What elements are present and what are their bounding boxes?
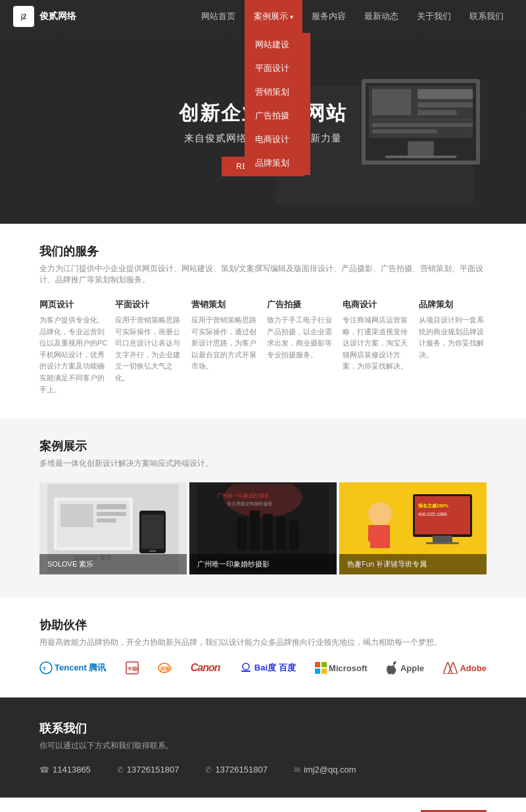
portfolio-overlay-2: 热趣Fun 补课辅导班专属: [339, 554, 487, 574]
partner-adobe: Adobe: [443, 662, 486, 674]
logo-text: 俊贰网络: [39, 11, 76, 22]
svg-text:报名立减100%: 报名立减100%: [418, 503, 449, 509]
svg-rect-51: [315, 662, 320, 667]
partners-grid: T Tencent 腾讯 中国电信 阿里云 Canon Bai度 百度 Micr…: [39, 661, 487, 674]
partners-desc: 用最高效能力品牌协助，开全力协助新兴品牌，我们以设计能力众多品牌推向行业领先地位…: [39, 637, 487, 648]
dropdown-item-0[interactable]: 网站建设: [245, 33, 310, 57]
nav-services[interactable]: 服务内容: [302, 0, 355, 33]
svg-rect-15: [97, 504, 126, 509]
hero-imac: [342, 79, 500, 224]
dropdown-item-4[interactable]: 电商设计: [245, 128, 310, 151]
dropdown-item-1[interactable]: 平面设计: [245, 57, 310, 80]
svg-rect-25: [250, 511, 260, 550]
svg-point-49: [243, 663, 249, 670]
svg-rect-2: [372, 89, 411, 116]
services-grid: 网页设计 为客户提供专业化、品牌化，专业运营到位以及重视用户的PC手机网站设计，…: [39, 299, 487, 395]
svg-rect-53: [315, 669, 320, 674]
svg-rect-16: [97, 512, 126, 516]
svg-rect-14: [60, 504, 93, 527]
portfolio-overlay-0: SOLOVE 素乐: [39, 554, 187, 574]
svg-rect-26: [263, 514, 273, 550]
svg-rect-6: [372, 119, 473, 120]
imac-screen: [362, 79, 480, 165]
partners-title: 协助伙伴: [39, 617, 487, 633]
svg-rect-28: [289, 520, 299, 550]
partner-apple: Apple: [387, 661, 424, 674]
partner-baidu: Bai度 百度: [239, 661, 296, 674]
svg-text:T: T: [43, 666, 46, 672]
svg-text:中国电信: 中国电信: [128, 666, 139, 671]
svg-rect-4: [418, 102, 473, 107]
partner-tencent: T Tencent 腾讯: [39, 661, 107, 674]
contact-phone-2: ✆ 13726151807: [117, 765, 179, 774]
portfolio-thumb-1: 广州唯一印象婚纱摄影 专注用新定制婚纱摄影 广州唯一印象婚纱摄影: [189, 482, 337, 574]
portfolio-item-2[interactable]: 报名立减100% 400-025-1888 热趣Fun 补课辅导班 热趣Fun …: [339, 482, 487, 574]
header: j2 俊贰网络 网站首页 案例展示 ▾ 网站建设 平面设计 营销策划 广告拍摄 …: [0, 0, 526, 33]
svg-text:400-025-1888: 400-025-1888: [418, 512, 447, 517]
nav-portfolio[interactable]: 案例展示 ▾ 网站建设 平面设计 营销策划 广告拍摄 电商设计 品牌策划: [245, 0, 302, 33]
portfolio-grid: SOLOVE 素乐 SOLOVE 素乐: [39, 482, 487, 574]
nav-home[interactable]: 网站首页: [192, 0, 245, 33]
svg-rect-10: [385, 155, 457, 158]
portfolio-overlay-1: 广州唯一印象婚纱摄影: [189, 554, 337, 574]
partner-telecom: 中国电信: [126, 661, 139, 674]
portfolio-section: 案例展示 多维最一体化创新设计解决方案响应式跨端设计。: [0, 419, 526, 597]
portfolio-dropdown: 网站建设 平面设计 营销策划 广告拍摄 电商设计 品牌策划: [245, 33, 310, 175]
service-item-4: 电商设计 专注商城网店运营策略，打通渠道视觉传达设计方案，淘宝天猫网店装修设计方…: [343, 299, 410, 395]
cta-strip: 拥有不一样的集频品牌网站，你还在等什么？点击马上和我们联系！ 马上联系: [0, 798, 526, 812]
svg-text:阿里云: 阿里云: [160, 667, 171, 671]
portfolio-thumb-0: SOLOVE 素乐 SOLOVE 素乐: [39, 482, 187, 574]
svg-text:专注用新定制婚纱摄影: 专注用新定制婚纱摄影: [227, 501, 273, 507]
portfolio-thumb-2: 报名立减100% 400-025-1888 热趣Fun 补课辅导班 热趣Fun …: [339, 482, 487, 574]
svg-rect-41: [382, 525, 389, 542]
service-item-3: 广告拍摄 致力于手工电子行业产品拍摄，以企业需求出发，商业摄影等专业拍摄服务。: [267, 299, 335, 395]
services-desc: 全力为江门提供中小企业提供网页设计、网站建设、策划/文案撰写编辑及版面排设计、产…: [39, 263, 487, 286]
main-nav: 网站首页 案例展示 ▾ 网站建设 平面设计 营销策划 广告拍摄 电商设计 品牌策…: [192, 0, 513, 33]
svg-rect-36: [433, 536, 452, 542]
svg-rect-17: [97, 519, 116, 522]
portfolio-item-0[interactable]: SOLOVE 素乐 SOLOVE 素乐: [39, 482, 187, 574]
svg-rect-7: [372, 123, 473, 127]
contact-section: 联系我们 你可以通过以下方式和我们取得联系。 ☎ 11413865 ✆ 1372…: [0, 698, 526, 798]
contact-phone-3: ✆ 13726151807: [205, 765, 268, 774]
services-title: 我们的服务: [39, 243, 487, 259]
service-item-2: 营销策划 应用于营销策略思路可实际操作，通过创新设计思路，为客户以最合宜的方式开…: [191, 299, 259, 395]
svg-text:广州唯一印象婚纱摄影: 广州唯一印象婚纱摄影: [217, 493, 270, 499]
svg-rect-27: [276, 517, 286, 550]
svg-rect-54: [322, 669, 327, 674]
contact-email: ✉ imj2@qq.com: [294, 765, 356, 774]
svg-point-38: [368, 502, 392, 526]
nav-contact[interactable]: 联系我们: [460, 0, 513, 33]
dropdown-item-5[interactable]: 品牌策划: [245, 151, 310, 175]
nav-about[interactable]: 关于我们: [408, 0, 460, 33]
svg-point-43: [40, 662, 52, 674]
dropdown-item-2[interactable]: 营销策划: [245, 80, 310, 104]
phone-icon: ☎: [39, 765, 49, 774]
site-logo[interactable]: j2 俊贰网络: [13, 6, 76, 27]
svg-rect-50: [241, 671, 251, 672]
portfolio-item-1[interactable]: 广州唯一印象婚纱摄影 专注用新定制婚纱摄影 广州唯一印象婚纱摄影: [189, 482, 337, 574]
partners-section: 协助伙伴 用最高效能力品牌协助，开全力协助新兴品牌，我们以设计能力众多品牌推向行…: [0, 597, 526, 698]
svg-rect-9: [408, 141, 434, 158]
dropdown-item-3[interactable]: 广告拍摄: [245, 104, 310, 128]
contact-title: 联系我们: [39, 721, 487, 736]
logo-icon: j2: [13, 6, 34, 27]
svg-rect-3: [418, 89, 473, 99]
services-section: 我们的服务 全力为江门提供中小企业提供网页设计、网站建设、策划/文案撰写编辑及版…: [0, 224, 526, 419]
email-icon: ✉: [294, 765, 300, 774]
svg-rect-40: [368, 525, 375, 542]
partner-microsoft: Microsoft: [315, 662, 368, 674]
partner-aliyun: 阿里云: [158, 661, 171, 674]
contact-desc: 你可以通过以下方式和我们取得联系。: [39, 740, 487, 751]
svg-rect-19: [141, 515, 164, 549]
service-item-5: 品牌策划 从项目设计到一套系统的商业规划品牌设计服务，为你妥找解决。: [419, 299, 487, 395]
contact-info-row: ☎ 11413865 ✆ 13726151807 ✆ 13726151807 ✉…: [39, 765, 487, 774]
partner-canon: Canon: [191, 662, 220, 674]
portfolio-desc: 多维最一体化创新设计解决方案响应式跨端设计。: [39, 458, 487, 469]
svg-rect-5: [418, 110, 456, 115]
svg-rect-52: [322, 662, 327, 667]
dropdown-arrow-icon: ▾: [290, 13, 293, 20]
nav-news[interactable]: 最新动态: [355, 0, 408, 33]
svg-rect-8: [372, 130, 437, 134]
mobile-icon: ✆: [117, 765, 124, 774]
